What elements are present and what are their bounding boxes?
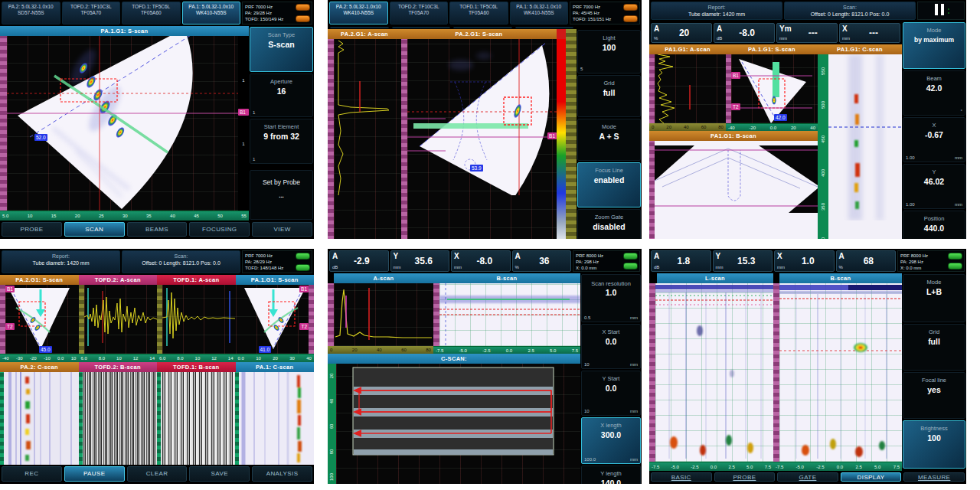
param-y-start[interactable]: Y Start0.0 10mm (581, 371, 641, 416)
sscan-view[interactable]: 52.0 (7, 36, 238, 211)
measure-x: Xmm 1.0 (774, 250, 835, 272)
ascan-view[interactable] (334, 39, 401, 239)
param-light[interactable]: Light100 5 (577, 30, 641, 74)
param-mode[interactable]: ModeA + S (577, 119, 641, 161)
probe-button-pa1-selected[interactable]: PA.1: 5.0L32-1.0x10 WK410-N55S (182, 2, 241, 24)
measure-x: Xmm -8.0 (451, 250, 511, 272)
param-grid[interactable]: Gridfull (577, 75, 641, 117)
param-mode[interactable]: Mode by maximum (903, 22, 965, 69)
battery-toggle[interactable] (948, 263, 962, 270)
battery-toggle[interactable] (948, 253, 962, 260)
tab-view[interactable]: VIEW (252, 222, 312, 237)
sscan-pa2-view[interactable]: B1 T2 45.0 (5, 285, 79, 354)
probe-button-pa2-selected[interactable]: PA.2: 5.0L32-1.0x10 WK410-N55S (329, 2, 388, 24)
probe-button-pa1[interactable]: PA.1: 5.0L32-1.0x10 WK410-N55S (510, 2, 569, 24)
param-focus-line[interactable]: Focus Lineenabled (577, 162, 641, 207)
param-beam[interactable]: Beam42.0 ° (903, 70, 965, 116)
cscan-area-view[interactable] (336, 364, 580, 484)
tab-save[interactable]: SAVE (189, 466, 250, 482)
bscan-view[interactable] (655, 141, 818, 239)
param-position[interactable]: Position440.0 1.0mm (903, 211, 965, 239)
battery-toggle[interactable] (623, 263, 638, 270)
tab-display[interactable]: DISPLAY (841, 472, 902, 482)
param-grid[interactable]: Gridfull (903, 324, 965, 371)
tab-pause[interactable]: PAUSE (64, 466, 125, 482)
layout-slot-button[interactable] (330, 27, 389, 28)
tofd2-bscan-strip[interactable] (83, 372, 157, 465)
probe-button-tofd2[interactable]: TOFD.2: TF10C3L TF05A70 (62, 2, 121, 24)
battery-toggle[interactable] (948, 12, 949, 14)
tofd-toggle[interactable] (296, 15, 310, 22)
tab-rec[interactable]: REC (2, 466, 62, 482)
param-y-length[interactable]: Y length140.0 10.0mm (581, 466, 641, 484)
layout-slot-button[interactable] (515, 27, 574, 28)
battery-toggle[interactable] (948, 8, 949, 10)
cscan-pa1-strip[interactable] (239, 372, 314, 465)
tab-analysis[interactable]: ANALYSIS (252, 466, 312, 482)
battery-toggle[interactable] (296, 253, 310, 260)
layout-slot-button[interactable] (392, 27, 451, 28)
tab-gate[interactable]: GATE (777, 472, 838, 482)
lscan-view[interactable] (655, 283, 773, 462)
bottom-tab-bar: BASIC PROBE GATE DISPLAY MEASURE (649, 471, 966, 484)
cscan-view[interactable] (828, 54, 902, 239)
prf-info: PRF 7000 HzPA: 45/45 HzTOFD: 151/151 Hz (570, 2, 640, 24)
probe-button-pa2[interactable]: PA.2: 5.0L32-1.0x10 SD57-N55S (2, 2, 60, 24)
param-scan-resolution[interactable]: Scan resolution 1.0 0.5mm (581, 274, 641, 322)
report-button[interactable]: Report: Tube diametr: 1420 mm (651, 2, 782, 20)
param-x-length[interactable]: X length300.0 100.0mm (581, 417, 641, 464)
tab-clear[interactable]: CLEAR (127, 466, 188, 482)
sscan-view[interactable]: 53.9 B1 (407, 39, 557, 239)
bscan-view[interactable] (439, 283, 580, 346)
view-title-bscan: PA1.G1: B-scan (649, 131, 818, 141)
cscan-pa2-strip[interactable] (4, 372, 79, 465)
probe-button-tofd2[interactable]: TOFD.2: TF10C3L TF05A70 (390, 2, 449, 24)
param-set-by-probe[interactable]: Set by Probe ... (250, 170, 313, 220)
tofd2-ascan-view[interactable] (84, 285, 158, 354)
param-zoom-gate[interactable]: Zoom Gatedisabled (577, 209, 641, 239)
param-focal-line[interactable]: Focal lineyes (903, 372, 965, 419)
sscan-view[interactable]: B1 T2 42.0 (731, 54, 818, 123)
scan-info-button[interactable]: Scan: Offset: 0 Length: 8121.0 Pos: 0.0 (784, 2, 916, 20)
ascan-view[interactable] (655, 54, 726, 123)
tab-focusing[interactable]: FOCUSING (189, 222, 250, 237)
tab-beams[interactable]: BEAMS (127, 222, 188, 237)
param-x-start[interactable]: X Start0.0 10mm (581, 324, 641, 369)
pa-toggle[interactable] (623, 4, 638, 11)
report-button[interactable]: Report: Tube diametr: 1420 mm (2, 250, 120, 273)
layout-slot-button[interactable] (453, 27, 512, 28)
scan-info-button[interactable]: Scan: Offset: 0 Length: 8121.0 Pos: 0.0 (122, 250, 240, 273)
angle-label: 45.0 (39, 346, 52, 353)
param-x[interactable]: X-0.67 1.00mm (903, 117, 965, 162)
pause-button[interactable] (917, 2, 965, 20)
battery-toggle[interactable] (296, 264, 310, 271)
param-start-element[interactable]: Start Element9 from 32 1 (250, 119, 313, 164)
tab-basic[interactable]: BASIC (651, 472, 712, 482)
param-aperture[interactable]: Aperture16 1 (250, 74, 313, 117)
tab-measure[interactable]: MEASURE (903, 472, 965, 482)
tab-scan[interactable]: SCAN (64, 222, 125, 237)
bscan-view[interactable] (779, 283, 902, 462)
param-brightness[interactable]: Brightness100 (903, 420, 965, 469)
prf-info: PRF 8000 HzPA: 298 HzX: 0.0 mm (897, 250, 965, 272)
probe-button-tofd1[interactable]: TOFD.1: TF5C6L TF05A60 (122, 2, 181, 24)
tab-probe[interactable]: PROBE (2, 222, 62, 237)
tofd1-ascan-view[interactable] (162, 285, 236, 354)
sscan-pa1-view[interactable]: B1 T2 41.0 (236, 285, 309, 354)
tab-probe[interactable]: PROBE (714, 472, 776, 482)
param-scan-type[interactable]: Scan TypeS-scan (250, 27, 313, 72)
ascan-view[interactable] (334, 283, 433, 346)
battery-toggle[interactable] (623, 253, 638, 260)
param-mode[interactable]: ModeL+B (903, 274, 965, 322)
view-title-cscan: C-SCAN: (328, 354, 580, 364)
param-y[interactable]: Y46.02 1.00mm (903, 164, 965, 209)
pa-toggle[interactable] (296, 4, 310, 11)
cscan-y-ruler: 550500450400350300 (818, 54, 828, 239)
gate-t2-label: T2 (299, 323, 309, 330)
display-sidebar: ModeL+B Gridfull Focal lineyes Brightnes… (902, 273, 966, 471)
display-sidebar: Light100 5 Gridfull ModeA + S Focus Line… (577, 29, 642, 239)
tofd1-bscan-strip[interactable] (161, 372, 235, 465)
tofd-toggle[interactable] (623, 15, 638, 22)
x-ruler: -40-30-20-100.010 (0, 354, 79, 362)
probe-button-tofd1[interactable]: TOFD.1: TF5C6L TF05A60 (449, 2, 508, 24)
